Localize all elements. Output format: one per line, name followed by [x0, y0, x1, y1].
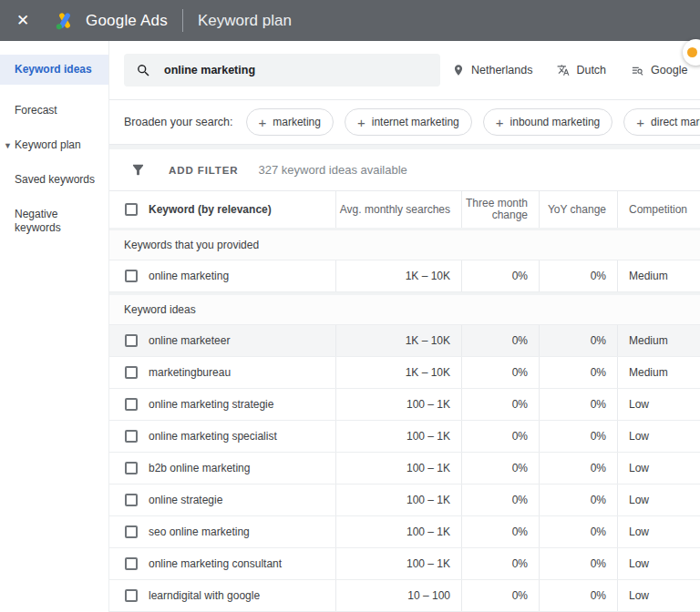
table-row[interactable]: online marketing specialist 100 – 1K 0% …: [109, 421, 700, 453]
column-header-three-month-change[interactable]: Three month change: [461, 191, 539, 228]
keyword-cell: online marketing strategie: [149, 398, 273, 411]
keyword-cell: marketingbureau: [149, 366, 231, 379]
column-header-avg-monthly-searches[interactable]: Avg. monthly searches: [335, 191, 461, 228]
avg-searches-cell: 100 – 1K: [335, 484, 461, 515]
avg-searches-cell: 10 – 100: [335, 580, 461, 611]
table-row[interactable]: learndigital with google 10 – 100 0% 0% …: [109, 580, 700, 612]
three-month-cell: 0%: [461, 325, 539, 356]
three-month-cell: 0%: [461, 357, 539, 388]
top-bar: ✕ Google Ads Keyword plan: [0, 0, 700, 41]
row-checkbox[interactable]: [125, 494, 138, 506]
competition-cell: Low: [617, 421, 700, 452]
table-row[interactable]: marketingbureau 1K – 10K 0% 0% Medium: [109, 357, 700, 389]
sidebar-item-label: Saved keywords: [15, 173, 95, 186]
sidebar-item-forecast[interactable]: Forecast: [0, 96, 108, 126]
row-checkbox[interactable]: [125, 334, 138, 347]
keyword-cell: b2b online marketing: [149, 462, 250, 474]
keyword-table-card: ADD FILTER 327 keyword ideas available K…: [109, 149, 700, 612]
competition-cell: Medium: [617, 325, 700, 356]
section-title-provided: Keywords that you provided: [109, 230, 700, 260]
suggestion-chips: + marketing + internet marketing + inbou…: [246, 108, 700, 136]
row-checkbox[interactable]: [125, 366, 138, 379]
filter-bar: ADD FILTER 327 keyword ideas available: [109, 149, 700, 191]
chip-label: direct marketing: [651, 116, 700, 128]
network-setting[interactable]: Google: [631, 64, 687, 77]
sidebar-item-saved-keywords[interactable]: Saved keywords: [0, 165, 108, 195]
search-icon: [136, 63, 151, 78]
row-checkbox[interactable]: [125, 557, 138, 570]
keyword-cell: online marketing: [149, 270, 229, 282]
sidebar-item-label: Negative keywords: [15, 208, 80, 235]
yoy-cell: 0%: [539, 325, 617, 356]
avg-searches-cell: 1K – 10K: [335, 357, 461, 388]
keyword-cell: online marketeer: [149, 334, 230, 347]
table-row[interactable]: online marketing strategie 100 – 1K 0% 0…: [109, 389, 700, 421]
row-checkbox[interactable]: [125, 398, 138, 411]
keyword-cell: seo online marketing: [149, 525, 250, 538]
sidebar-item-label: Keyword plan: [15, 138, 81, 151]
location-pin-icon: [452, 64, 465, 76]
search-bar-card: Netherlands Dutch Google: [109, 41, 700, 100]
keyword-count-status: 327 keyword ideas available: [259, 163, 407, 177]
column-header-yoy-change[interactable]: YoY change: [539, 191, 617, 228]
chip-internet-marketing[interactable]: + internet marketing: [345, 108, 472, 136]
row-checkbox[interactable]: [125, 462, 138, 474]
location-setting[interactable]: Netherlands: [452, 64, 532, 76]
competition-cell: Low: [617, 453, 700, 484]
avg-searches-cell: 100 – 1K: [335, 548, 461, 579]
three-month-cell: 0%: [461, 389, 539, 420]
chip-inbound-marketing[interactable]: + inbound marketing: [483, 108, 613, 136]
competition-cell: Low: [617, 548, 700, 579]
select-all-checkbox[interactable]: [125, 203, 138, 216]
keyword-search-box: [124, 54, 440, 87]
topbar-divider: [182, 9, 183, 32]
main-content: Netherlands Dutch Google: [109, 41, 700, 612]
yoy-cell: 0%: [539, 357, 617, 388]
translate-icon: [557, 64, 570, 76]
chip-label: internet marketing: [372, 116, 459, 128]
row-checkbox[interactable]: [125, 589, 138, 602]
row-checkbox[interactable]: [125, 270, 138, 282]
table-row[interactable]: online marketeer 1K – 10K 0% 0% Medium: [109, 325, 700, 357]
three-month-cell: 0%: [461, 516, 539, 547]
brand-name: Google Ads: [86, 12, 168, 30]
table-row[interactable]: online marketing 1K – 10K 0% 0% Medium: [109, 260, 700, 292]
table-row[interactable]: online strategie 100 – 1K 0% 0% Low: [109, 484, 700, 516]
table-row[interactable]: b2b online marketing 100 – 1K 0% 0% Low: [109, 453, 700, 484]
competition-cell: Medium: [617, 357, 700, 388]
row-checkbox[interactable]: [125, 430, 138, 443]
keyword-cell: online strategie: [149, 494, 222, 506]
avg-searches-cell: 100 – 1K: [335, 516, 461, 547]
language-setting[interactable]: Dutch: [557, 64, 606, 76]
chip-direct-marketing[interactable]: + direct marketing: [623, 108, 700, 136]
targeting-settings: Netherlands Dutch Google: [452, 64, 700, 77]
keyword-cell: learndigital with google: [149, 589, 260, 602]
three-month-cell: 0%: [461, 453, 539, 484]
filter-funnel-icon: [130, 162, 146, 178]
table-row[interactable]: online marketing consultant 100 – 1K 0% …: [109, 548, 700, 580]
chip-label: marketing: [273, 116, 321, 128]
plus-icon: +: [357, 115, 365, 130]
search-input[interactable]: [162, 63, 417, 77]
sidebar-item-label: Keyword ideas: [15, 63, 92, 76]
sidebar-item-keyword-ideas[interactable]: Keyword ideas: [0, 55, 108, 85]
close-icon[interactable]: ✕: [14, 12, 32, 30]
table-row[interactable]: seo online marketing 100 – 1K 0% 0% Low: [109, 516, 700, 548]
three-month-cell: 0%: [461, 548, 539, 579]
chevron-down-icon: ▼: [4, 139, 12, 153]
broaden-search-card: Broaden your search: + marketing + inter…: [109, 100, 700, 145]
add-filter-button[interactable]: ADD FILTER: [169, 165, 239, 176]
row-checkbox[interactable]: [125, 525, 138, 538]
competition-cell: Low: [617, 516, 700, 547]
sidebar-item-negative-keywords[interactable]: Negative keywords: [0, 199, 108, 243]
sidebar-item-label: Forecast: [15, 104, 57, 117]
google-ads-logo-icon: [53, 10, 77, 32]
column-header-keyword[interactable]: Keyword (by relevance): [149, 203, 272, 216]
avg-searches-cell: 1K – 10K: [335, 325, 461, 356]
three-month-cell: 0%: [461, 484, 539, 515]
sidebar-item-keyword-plan[interactable]: ▼ Keyword plan: [0, 130, 108, 160]
chip-marketing[interactable]: + marketing: [246, 108, 334, 136]
column-header-competition[interactable]: Competition: [617, 191, 700, 228]
yoy-cell: 0%: [539, 389, 617, 420]
broaden-label: Broaden your search:: [124, 116, 233, 128]
